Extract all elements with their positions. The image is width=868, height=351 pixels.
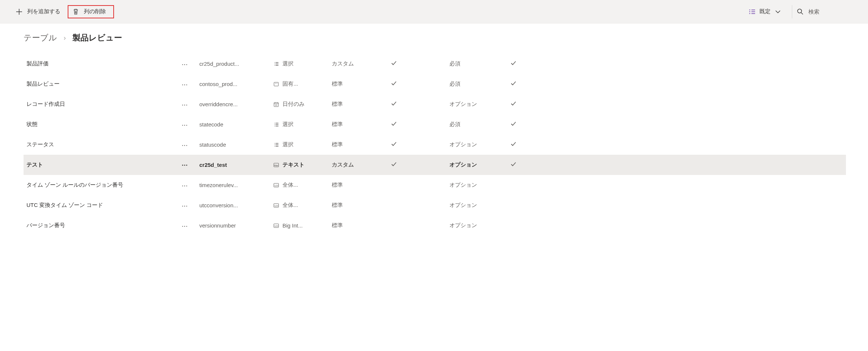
check-icon (510, 141, 517, 148)
more-actions-button[interactable]: ··· (170, 80, 199, 88)
plus-icon (15, 8, 23, 15)
column-name-cell[interactable]: ステータス (26, 141, 170, 148)
searchable-cell (510, 121, 532, 128)
search-input[interactable] (808, 8, 853, 15)
more-actions-button[interactable]: ··· (170, 101, 199, 108)
managed-cell: 標準 (332, 202, 391, 209)
more-icon: ··· (182, 161, 188, 169)
managed-cell: 標準 (332, 80, 391, 87)
check-icon (510, 100, 517, 108)
column-name-text: UTC 変換タイム ゾーン コード (26, 202, 103, 209)
schema-name-text: overriddencre... (199, 101, 238, 107)
number-type-icon (273, 202, 280, 209)
column-name-cell[interactable]: テスト (26, 161, 170, 168)
managed-text: 標準 (332, 101, 343, 108)
table-row[interactable]: タイム ゾーン ルールのバージョン番号···timezonerulev...全体… (24, 175, 846, 195)
text-type-icon (273, 162, 280, 168)
check-icon (391, 100, 397, 108)
data-type-cell: 選択 (273, 141, 332, 148)
toolbar-left: 列を追加する 列の削除 (11, 5, 741, 18)
required-cell: オプション (449, 182, 510, 189)
schema-name-cell: timezonerulev... (199, 182, 273, 188)
data-type-cell: 固有... (273, 80, 332, 87)
managed-cell: 標準 (332, 222, 391, 229)
required-text: 必須 (449, 60, 460, 67)
column-name-cell[interactable]: 製品レビュー (26, 80, 170, 87)
column-name-cell[interactable]: タイム ゾーン ルールのバージョン番号 (26, 182, 170, 189)
customizable-cell (391, 80, 449, 88)
required-cell: オプション (449, 202, 510, 209)
more-actions-button[interactable]: ··· (170, 202, 199, 209)
check-icon (510, 121, 517, 128)
managed-text: 標準 (332, 202, 343, 209)
more-actions-button[interactable]: ··· (170, 121, 199, 128)
required-cell: 必須 (449, 60, 510, 67)
column-name-text: タイム ゾーン ルールのバージョン番号 (26, 182, 123, 189)
more-actions-button[interactable]: ··· (170, 141, 199, 148)
delete-column-button[interactable]: 列の削除 (68, 5, 114, 18)
add-column-button[interactable]: 列を追加する (11, 5, 65, 18)
more-icon: ··· (182, 60, 188, 68)
schema-name-cell: overriddencre... (199, 101, 273, 107)
customizable-cell (391, 100, 449, 108)
more-icon: ··· (182, 222, 188, 229)
column-name-cell[interactable]: バージョン番号 (26, 222, 170, 229)
required-text: オプション (449, 141, 477, 148)
managed-cell: カスタム (332, 161, 391, 168)
data-type-text: 選択 (282, 60, 294, 67)
more-actions-button[interactable]: ··· (170, 161, 199, 169)
data-type-text: 選択 (282, 121, 294, 128)
column-name-text: テスト (26, 161, 43, 168)
managed-text: 標準 (332, 182, 343, 189)
table-row[interactable]: バージョン番号···versionnumberBig Int...標準オプション (24, 215, 846, 236)
view-list-icon (748, 8, 756, 15)
data-type-text: 全体... (282, 202, 298, 209)
column-name-cell[interactable]: 製品評価 (26, 60, 170, 67)
required-text: オプション (449, 222, 477, 229)
schema-name-text: statuscode (199, 142, 226, 148)
data-type-cell: 選択 (273, 121, 332, 128)
schema-name-text: cr25d_test (199, 162, 227, 168)
table-row[interactable]: 状態···statecode選択標準必須 (24, 114, 846, 135)
list-type-icon (273, 121, 280, 128)
column-name-cell[interactable]: レコード作成日 (26, 101, 170, 108)
list-type-icon (273, 142, 280, 148)
managed-cell: カスタム (332, 60, 391, 67)
managed-text: カスタム (332, 161, 354, 168)
table-row[interactable]: 製品レビュー···contoso_prod...固有...標準必須 (24, 74, 846, 94)
searchable-cell (510, 80, 532, 88)
add-column-label: 列を追加する (27, 8, 60, 15)
list-type-icon (273, 61, 280, 67)
view-selector[interactable]: 既定 (744, 5, 786, 18)
more-actions-button[interactable]: ··· (170, 182, 199, 189)
table-row[interactable]: UTC 変換タイム ゾーン コード···utcconversion...全体..… (24, 195, 846, 215)
more-actions-button[interactable]: ··· (170, 222, 199, 229)
required-cell: 必須 (449, 80, 510, 87)
schema-name-cell: utcconversion... (199, 202, 273, 208)
more-icon: ··· (182, 80, 188, 88)
more-icon: ··· (182, 202, 188, 209)
table-row[interactable]: 製品評価···cr25d_product...選択カスタム必須 (24, 54, 846, 74)
more-actions-button[interactable]: ··· (170, 60, 199, 68)
more-icon: ··· (182, 121, 188, 128)
managed-cell: 標準 (332, 101, 391, 108)
table-row[interactable]: ステータス···statuscode選択標準オプション (24, 135, 846, 155)
required-cell: オプション (449, 141, 510, 148)
required-cell: オプション (449, 161, 510, 168)
managed-text: 標準 (332, 121, 343, 128)
data-type-text: 全体... (282, 182, 298, 189)
managed-text: カスタム (332, 60, 354, 67)
column-name-text: バージョン番号 (26, 222, 65, 229)
required-text: 必須 (449, 80, 460, 87)
schema-name-text: contoso_prod... (199, 81, 237, 87)
data-type-cell: テキスト (273, 161, 332, 168)
table-row[interactable]: レコード作成日···overriddencre...日付のみ標準オプション (24, 94, 846, 114)
search-icon (797, 8, 804, 15)
breadcrumb-root[interactable]: テーブル (24, 32, 57, 43)
table-row[interactable]: テスト···cr25d_testテキストカスタムオプション (24, 155, 846, 175)
column-name-cell[interactable]: UTC 変換タイム ゾーン コード (26, 202, 170, 209)
managed-cell: 標準 (332, 182, 391, 189)
key-type-icon (273, 81, 280, 87)
data-type-text: 選択 (282, 141, 294, 148)
column-name-cell[interactable]: 状態 (26, 121, 170, 128)
